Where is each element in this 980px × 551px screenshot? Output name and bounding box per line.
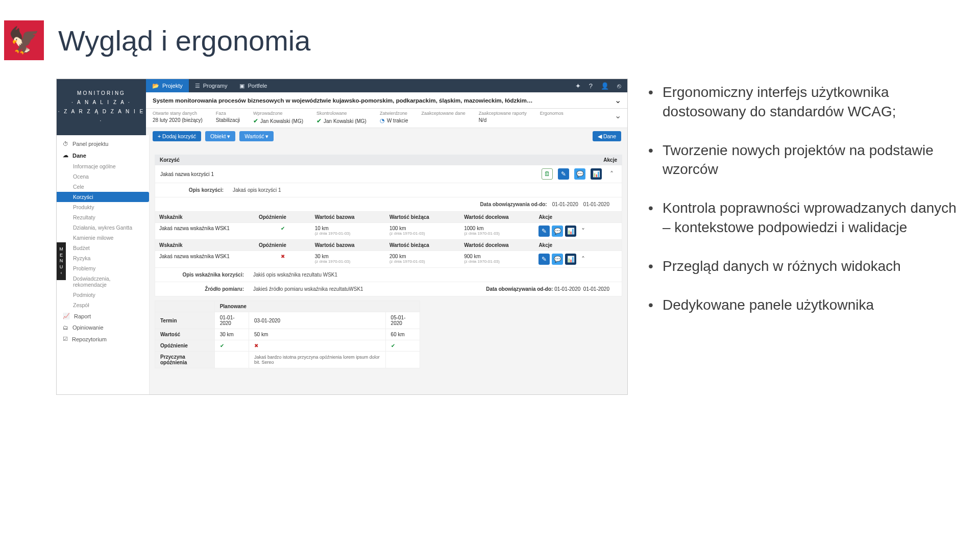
benefit-description-row: Opis korzyści: Jakaś opis korzyści 1	[155, 183, 622, 197]
app-screenshot: MONITORING · A N A L I Z A · · Z A R Z Ą…	[56, 79, 628, 395]
object-dropdown[interactable]: Obiekt ▾	[205, 131, 235, 141]
eagle-icon: 🦅	[8, 26, 40, 55]
indicator-detail-row: Źródło pomiaru: Jakieś źródło pomiaru ws…	[155, 282, 622, 296]
sidebar-item[interactable]: Ocena	[57, 171, 149, 182]
info-value: Stabilizacji	[216, 117, 240, 123]
tab-programy[interactable]: ☰ Programy	[189, 79, 234, 92]
info-label: Zaakceptowane dane	[422, 111, 465, 116]
tab-portfele[interactable]: ▣ Portfele	[233, 79, 273, 92]
info-value: 28 luty 2020 (bieżący)	[153, 117, 203, 123]
calendar-icon[interactable]: 🗓	[542, 168, 553, 180]
bullet-item: Przegląd danych w różnych widokach	[648, 257, 960, 276]
info-label: Zatwierdzone	[380, 111, 408, 116]
chart-button[interactable]: 📊	[591, 168, 602, 180]
tab-projekty[interactable]: 📂 Projekty	[146, 79, 189, 92]
chart-icon: 📈	[63, 313, 70, 319]
help-icon[interactable]: ?	[589, 82, 593, 90]
star-icon[interactable]: ✦	[575, 82, 581, 90]
sidebar-item[interactable]: Podmioty	[57, 290, 149, 300]
chart-button[interactable]: 📊	[565, 226, 576, 237]
side-nav: ⏱Panel projektu ☁Dane Informacje ogólne …	[57, 135, 150, 394]
sidebar-item-label: Dane	[72, 153, 86, 159]
sidebar-item-korzysci[interactable]: Korzyści	[57, 192, 149, 202]
info-value: W trakcie	[387, 118, 408, 123]
brand-line-3: · Z A R Z Ą D Z A N I E ·	[57, 107, 146, 126]
field-label: Źródło pomiaru:	[167, 286, 244, 292]
info-value: Jan Kowalski (MG)	[260, 118, 303, 124]
sidebar-item-opiniowanie[interactable]: 🗂Opiniowanie	[57, 322, 149, 333]
sidebar-item[interactable]: Informacje ogólne	[57, 161, 149, 171]
field-value: Jakieś źródło pomiaru wskaźnika rezultat…	[253, 286, 363, 292]
row-header: Opóźnienie	[155, 340, 215, 352]
bullet-item: Ergonomiczny interfejs użytkownika dosto…	[648, 83, 960, 121]
data-back-button[interactable]: ◀ Dane	[593, 131, 621, 141]
sidebar-item[interactable]: Ryzyka	[57, 253, 149, 263]
logout-icon[interactable]: ⎋	[617, 82, 621, 90]
project-title: System monitorowania procesów biznesowyc…	[153, 97, 611, 104]
comment-button[interactable]: 💬	[552, 226, 563, 237]
indicator-row: Jakaś nazwa wskaźnika WSK1 ✔ 10 km(z dni…	[155, 223, 622, 240]
section-header: Korzyść Akcje	[155, 155, 622, 165]
check-icon: ✔	[253, 117, 258, 124]
comment-button[interactable]: 💬	[552, 254, 563, 265]
info-label: Ergonomos	[540, 111, 564, 116]
cloud-icon: ☁	[63, 152, 68, 159]
chevron-down-icon[interactable]: ⌄	[615, 111, 621, 124]
chevron-down-icon[interactable]: ⌄	[615, 95, 621, 105]
main-panel: Korzyść Akcje Jakaś nazwa korzyści 1 🗓 ✎…	[150, 152, 627, 394]
sidebar-item[interactable]: Zespół	[57, 300, 149, 310]
field-value: Jakaś opis korzyści 1	[233, 187, 281, 193]
sidebar-item-raport[interactable]: 📈Raport	[57, 310, 149, 322]
sidebar-item[interactable]: Budżet	[57, 243, 149, 253]
sidebar-item[interactable]: Doświadczenia, rekomendacje	[57, 273, 149, 290]
sidebar-item[interactable]: Produkty	[57, 202, 149, 212]
edit-button[interactable]: ✎	[538, 254, 550, 265]
sidebar-item-label: Repozytorium	[72, 336, 107, 342]
comment-button[interactable]: 💬	[574, 168, 585, 180]
brand-logo: MONITORING · A N A L I Z A · · Z A R Z Ą…	[57, 79, 146, 135]
status-bad-icon: ✖	[255, 251, 311, 267]
folder-open-icon: 📂	[152, 83, 159, 89]
user-icon[interactable]: 👤	[601, 82, 609, 90]
sidebar-item[interactable]: Rezultaty	[57, 212, 149, 222]
check-square-icon: ☑	[63, 336, 68, 342]
sidebar-item-label: Raport	[74, 313, 91, 319]
folder-icon: 🗂	[63, 324, 68, 331]
bullet-item: Kontrola poprawności wprowadzanych danyc…	[648, 198, 960, 237]
info-label: Faza	[216, 111, 240, 116]
date-from: 01-01-2020	[552, 202, 578, 207]
sidebar-item[interactable]: Działania, wykres Gantta	[57, 222, 149, 233]
chart-button[interactable]: 📊	[565, 254, 576, 265]
sidebar-item[interactable]: Kamienie milowe	[57, 233, 149, 243]
field-label: Opis wskaźnika korzyści:	[167, 272, 244, 278]
chevron-up-icon[interactable]: ˄	[578, 255, 588, 263]
sidebar-item-repozytorium[interactable]: ☑Repozytorium	[57, 333, 149, 345]
info-label: Zaakceptowane raporty	[479, 111, 527, 116]
sidebar-item[interactable]: Cele	[57, 182, 149, 192]
planned-values-table: Planowane Termin 01-01-2020 03-01-2020 0…	[155, 300, 420, 368]
indicator-detail-row: Opis wskaźnika korzyści: Jakiś opis wska…	[155, 268, 622, 282]
col-header: Planowane	[214, 301, 420, 312]
sidebar-item[interactable]: Problemy	[57, 263, 149, 273]
sidebar-item[interactable]: ⏱Panel projektu	[57, 138, 149, 149]
info-label: Wprowadzone	[253, 111, 303, 116]
cell-value: 03-01-2020	[249, 312, 386, 329]
value-dropdown[interactable]: Wartość ▾	[239, 131, 274, 141]
date-to: 01-01-2020	[583, 202, 609, 207]
sidebar-item-dane[interactable]: ☁Dane	[57, 149, 149, 161]
cell-value: 60 km	[385, 329, 420, 340]
row-header: Wartość	[155, 329, 215, 340]
row-header: Przyczyna opóźnienia	[155, 352, 215, 368]
date-from: 01-01-2020	[554, 286, 580, 292]
indicator-name: Jakaś nazwa wskaźnika WSK1	[155, 251, 255, 267]
chevron-up-icon[interactable]: ˄	[607, 170, 617, 178]
date-label: Data obowiązywania od-do:	[480, 202, 547, 207]
edit-button[interactable]: ✎	[538, 226, 550, 237]
indicators-header: Wskaźnik Opóźnienie Wartość bazowa Warto…	[155, 240, 622, 251]
add-benefit-button[interactable]: + Dodaj korzyść	[153, 131, 201, 141]
info-label: Otwarte stany danych	[153, 111, 203, 116]
edit-button[interactable]: ✎	[558, 168, 569, 180]
sidebar-collapse-tab[interactable]: M E N U ‹	[57, 242, 66, 280]
chevron-down-icon[interactable]: ˅	[578, 227, 588, 235]
slide-title: Wygląd i ergonomia	[58, 24, 310, 57]
